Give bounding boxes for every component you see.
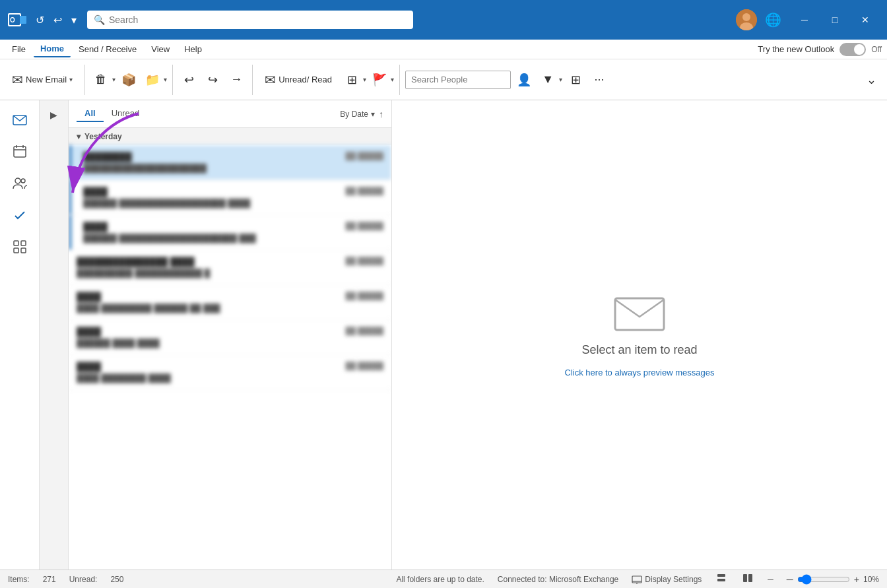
expand-folders-button[interactable]: ▶ xyxy=(48,107,60,123)
menu-file[interactable]: File xyxy=(5,42,32,57)
categorize-dropdown-arrow[interactable]: ▾ xyxy=(363,76,366,83)
empty-state-icon xyxy=(613,293,666,333)
email-item-1[interactable]: ████████ ██████████████████████ ██ █████ xyxy=(69,145,391,180)
tab-unread[interactable]: Unread xyxy=(104,106,148,122)
view-button[interactable]: ⊞ xyxy=(565,69,586,90)
sidebar-mail-button[interactable] xyxy=(7,107,33,133)
sidebar-people-button[interactable] xyxy=(7,170,33,197)
main-layout: ▶ All Unread By Date ▾ ↑ ▾ Yesterday xyxy=(0,100,887,570)
email-item-7[interactable]: ████ ████ ████████ ████ ██ █████ xyxy=(69,355,391,390)
minimize-button[interactable]: ─ xyxy=(789,7,820,33)
sidebar-tasks-button[interactable] xyxy=(7,202,33,228)
filter-button[interactable]: ▼ xyxy=(537,69,558,90)
move-dropdown-arrow[interactable]: ▾ xyxy=(164,76,167,83)
search-bar-container: 🔍 xyxy=(87,11,413,29)
ribbon-sep-2 xyxy=(172,65,173,95)
email-tabs: All Unread xyxy=(77,106,147,122)
avatar[interactable] xyxy=(736,9,757,30)
window-controls-left: ↺ ↩ ▾ xyxy=(33,11,79,29)
menu-send-receive[interactable]: Send / Receive xyxy=(72,42,143,57)
email-item-5[interactable]: ████ ████ █████████ ██████ ██ ███ ██ ███… xyxy=(69,285,391,320)
more-button[interactable]: ··· xyxy=(589,69,610,90)
subject-2: ██████ ███████████████████ ████ xyxy=(83,199,383,208)
new-email-group: ✉ New Email ▾ xyxy=(5,68,79,92)
two-column-view-button[interactable] xyxy=(741,572,754,587)
tab-all[interactable]: All xyxy=(77,106,104,122)
forward-button[interactable]: → xyxy=(226,69,247,90)
sort-by-date-button[interactable]: By Date ▾ xyxy=(340,110,375,119)
sidebar-apps-button[interactable] xyxy=(7,234,33,260)
date-group-chevron[interactable]: ▾ xyxy=(77,132,81,141)
undo-button[interactable]: ↩ xyxy=(51,11,65,29)
folder-panel: ▶ xyxy=(40,100,69,570)
customize-button[interactable]: ▾ xyxy=(69,11,79,29)
email-item-2[interactable]: ████ ██████ ███████████████████ ████ ██ … xyxy=(69,180,391,215)
email-item-4[interactable]: ███████████████ ████ ██████████ ████████… xyxy=(69,250,391,285)
categorize-button[interactable]: ⊞ xyxy=(341,69,362,90)
delete-button[interactable]: 🗑 xyxy=(90,69,112,90)
single-column-view-button[interactable] xyxy=(715,572,728,587)
zoom-in-button[interactable]: + xyxy=(854,574,859,585)
subject-5: ████ █████████ ██████ ██ ███ xyxy=(77,304,383,313)
search-icon: 🔍 xyxy=(94,15,105,25)
preview-link[interactable]: Click here to always preview messages xyxy=(565,368,715,377)
sort-dropdown-icon: ▾ xyxy=(371,110,375,119)
flag-button[interactable]: 🚩 xyxy=(369,69,390,90)
move-button[interactable]: 📁 xyxy=(142,69,163,90)
email-item-3[interactable]: ████ ██████ █████████████████████ ███ ██… xyxy=(69,215,391,250)
display-settings-button[interactable]: Display Settings xyxy=(632,574,702,585)
delete-dropdown-arrow[interactable]: ▾ xyxy=(112,76,115,83)
select-item-text: Select an item to read xyxy=(581,343,697,357)
ribbon-sep-1 xyxy=(84,65,85,95)
delete-group: 🗑 ▾ xyxy=(90,69,115,90)
new-email-icon: ✉ xyxy=(12,72,23,88)
sender-5: ████ xyxy=(77,292,383,302)
unread-label: Unread: xyxy=(69,575,98,584)
archive-button[interactable]: 📦 xyxy=(118,69,139,90)
new-email-label: New Email xyxy=(26,75,67,84)
new-outlook-label: Try the new Outlook xyxy=(758,44,834,54)
zoom-out-button[interactable]: ─ xyxy=(787,574,793,585)
svg-rect-25 xyxy=(717,579,725,581)
sort-direction-button[interactable]: ↑ xyxy=(379,109,383,119)
globe-icon[interactable]: 🌐 xyxy=(762,9,784,30)
redo-button[interactable]: ↪ xyxy=(202,69,223,90)
email-item-6[interactable]: ████ ██████ ████ ████ ██ █████ xyxy=(69,320,391,355)
flag-group: 🚩 ▾ xyxy=(369,69,394,90)
sender-4: ███████████████ ████ xyxy=(77,257,383,267)
menu-home[interactable]: Home xyxy=(34,41,71,57)
refresh-button[interactable]: ↺ xyxy=(33,11,47,29)
menu-view[interactable]: View xyxy=(145,42,176,57)
zoom-level: 10% xyxy=(863,575,879,584)
zoom-separator: ─ xyxy=(768,575,773,584)
undo-ribbon-button[interactable]: ↩ xyxy=(178,69,199,90)
close-button[interactable]: ✕ xyxy=(850,7,880,33)
new-outlook-toggle[interactable] xyxy=(839,43,866,56)
svg-rect-16 xyxy=(21,241,26,245)
sidebar-calendar-button[interactable] xyxy=(7,139,33,165)
maximize-button[interactable]: □ xyxy=(820,7,850,33)
svg-point-6 xyxy=(742,13,750,21)
sync-status: All folders are up to date. xyxy=(396,575,484,584)
status-bar: Items: 271 Unread: 250 All folders are u… xyxy=(0,570,887,588)
svg-rect-27 xyxy=(748,574,752,582)
zoom-slider[interactable] xyxy=(797,574,850,585)
new-email-button[interactable]: ✉ New Email ▾ xyxy=(5,68,79,92)
sort-controls: By Date ▾ ↑ xyxy=(340,109,383,119)
email-list-body[interactable]: ▾ Yesterday ████████ ███████████████████… xyxy=(69,128,391,570)
menu-help[interactable]: Help xyxy=(178,42,209,57)
ribbon: ✉ New Email ▾ 🗑 ▾ 📦 📁 ▾ ↩ ↪ → ✉ Unread/ … xyxy=(0,59,887,100)
time-4: ██ █████ xyxy=(345,257,383,265)
toggle-off-label: Off xyxy=(871,45,882,54)
unread-count: 250 xyxy=(110,575,123,584)
subject-4: ██████████ ████████████ █ xyxy=(77,269,383,278)
filter-dropdown-arrow[interactable]: ▾ xyxy=(559,76,562,83)
search-people-input[interactable] xyxy=(405,71,511,89)
expand-ribbon-button[interactable]: ⌄ xyxy=(861,69,882,90)
contact-card-button[interactable]: 👤 xyxy=(513,69,535,90)
items-count: 271 xyxy=(43,575,56,584)
search-input[interactable] xyxy=(109,15,407,25)
flag-dropdown-arrow[interactable]: ▾ xyxy=(391,76,394,83)
unread-read-button[interactable]: ✉ Unread/ Read xyxy=(258,68,339,92)
title-bar: O ↺ ↩ ▾ 🔍 🌐 ─ □ ✕ xyxy=(0,0,887,40)
